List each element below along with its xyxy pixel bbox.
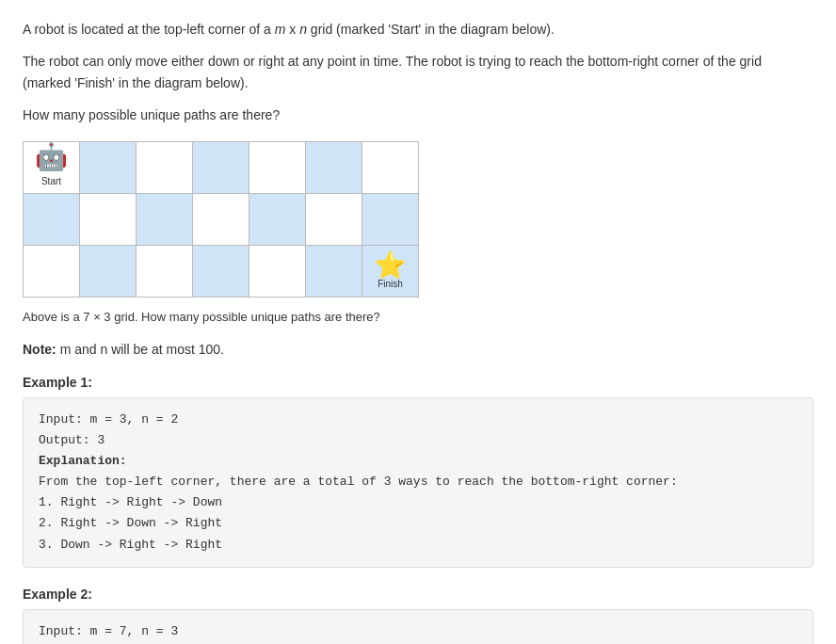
grid-cell-1-4	[249, 193, 306, 245]
example-2-line-0: Input: m = 7, n = 3	[39, 621, 797, 642]
grid-cell-2-3	[193, 245, 249, 297]
example-1-line-3: From the top-left corner, there are a to…	[39, 472, 797, 492]
star-icon: ⭐	[364, 252, 416, 279]
grid-wrapper: 🤖 Start	[23, 141, 419, 298]
grid-cell-2-1	[80, 245, 137, 297]
grid-cell-0-3	[193, 141, 249, 193]
grid-cell-1-1	[80, 193, 137, 245]
example-2-block: Input: m = 7, n = 3 Output: 28	[23, 609, 813, 644]
grid-diagram: 🤖 Start	[23, 141, 419, 300]
grid-cell-2-4	[249, 245, 306, 297]
question-text: How many possible unique paths are there…	[23, 107, 280, 122]
robot-icon: 🤖	[25, 144, 77, 170]
p1-em-m: m	[275, 22, 286, 37]
grid-cell-2-2	[137, 245, 193, 297]
paragraph-2: The robot can only move either down or r…	[23, 51, 813, 93]
example-2-heading: Example 2:	[23, 587, 813, 602]
grid-cell-0-5	[306, 141, 362, 193]
example-1-heading: Example 1:	[23, 375, 813, 390]
grid-cell-2-5	[306, 245, 362, 297]
grid-cell-1-6	[362, 193, 419, 245]
paragraph-1: A robot is located at the top-left corne…	[23, 19, 813, 40]
note-text: m and n will be at most 100.	[56, 342, 224, 357]
grid-cell-0-6	[362, 141, 419, 193]
example-1-line-5: 2. Right -> Down -> Right	[39, 513, 797, 534]
grid-cell-0-4	[249, 141, 306, 193]
example-1-line-0: Input: m = 3, n = 2	[39, 410, 797, 430]
grid-cell-1-0	[24, 193, 80, 245]
note-line: Note: m and n will be at most 100.	[23, 339, 813, 360]
grid-cell-start: 🤖 Start	[24, 141, 80, 193]
grid-cell-2-0	[24, 245, 80, 297]
grid-row-1	[24, 193, 419, 245]
finish-label: Finish	[364, 279, 416, 289]
example-1-block: Input: m = 3, n = 2 Output: 3 Explanatio…	[23, 397, 813, 568]
example-1-line-6: 3. Down -> Right -> Right	[39, 535, 797, 555]
grid-cell-0-2	[137, 141, 193, 193]
start-label: Start	[41, 176, 61, 186]
grid-row-0: 🤖 Start	[24, 141, 419, 193]
example-1-line-1: Output: 3	[39, 430, 797, 451]
grid-cell-1-2	[137, 193, 193, 245]
grid-cell-1-3	[193, 193, 249, 245]
grid-cell-0-1	[80, 141, 137, 193]
p2-text: The robot can only move either down or r…	[23, 54, 762, 89]
note-bold: Note:	[23, 342, 56, 357]
example-1-line-4: 1. Right -> Right -> Down	[39, 492, 797, 513]
grid-table: 🤖 Start	[23, 141, 419, 298]
p1-text-before: A robot is located at the top-left corne…	[23, 22, 275, 37]
grid-cell-finish: ⭐ Finish	[362, 245, 419, 297]
grid-caption: Above is a 7 × 3 grid. How many possible…	[23, 310, 813, 324]
question-line: How many possible unique paths are there…	[23, 105, 813, 125]
grid-row-2: ⭐ Finish	[24, 245, 419, 297]
example-1-line-2: Explanation:	[39, 451, 797, 472]
p1-text-after: grid (marked 'Start' in the diagram belo…	[307, 22, 555, 37]
p1-text-x: x	[285, 22, 299, 37]
grid-cell-1-5	[306, 193, 362, 245]
p1-em-n: n	[299, 22, 307, 37]
